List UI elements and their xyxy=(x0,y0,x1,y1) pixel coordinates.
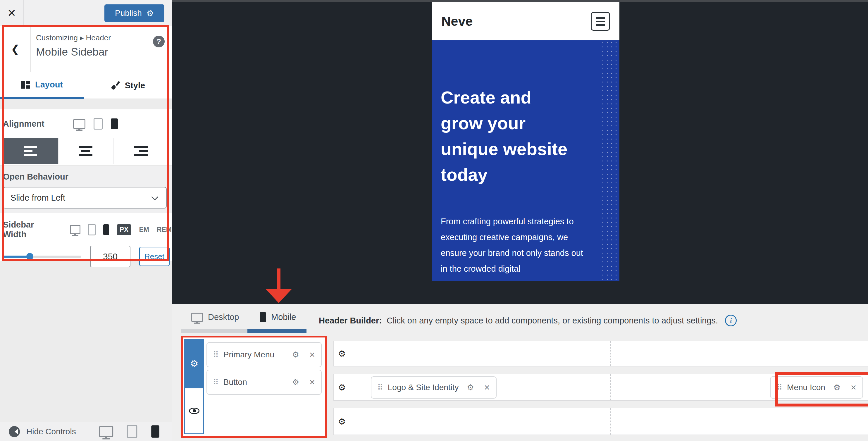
row-empty-space[interactable]: ⠿ Logo & Site Identity ⚙ ✕ ⠿ Menu Icon ⚙… xyxy=(350,374,868,400)
customizer-bottombar: Hide Controls xyxy=(0,422,172,441)
component-label: Primary Menu xyxy=(223,350,274,359)
drag-handle-icon[interactable]: ⠿ xyxy=(377,383,383,392)
wordpress-customizer-screen: ✕ Publish ⚙ ❮ Customizing ▸ Header Mobil… xyxy=(0,0,868,441)
alignment-section: Alignment xyxy=(0,109,172,165)
annotation-arrow xyxy=(277,269,280,289)
builder-tab-mobile[interactable]: Mobile xyxy=(259,312,296,322)
component-settings-gear-icon[interactable]: ⚙ xyxy=(292,378,299,387)
component-menu-icon[interactable]: ⠿ Menu Icon ⚙ ✕ xyxy=(770,376,863,399)
site-logo-text: Neve xyxy=(441,14,473,29)
open-behaviour-section: Open Behaviour Slide from Left xyxy=(0,165,172,213)
builder-hint-title: Header Builder: xyxy=(319,316,382,325)
component-remove-icon[interactable]: ✕ xyxy=(309,378,315,387)
align-right-button[interactable] xyxy=(113,138,168,164)
sidebar-width-input[interactable] xyxy=(90,246,130,267)
component-label: Button xyxy=(223,378,247,387)
tablet-device-icon[interactable] xyxy=(94,118,103,130)
tablet-device-icon[interactable] xyxy=(88,224,96,235)
component-remove-icon[interactable]: ✕ xyxy=(309,351,315,359)
unit-em-button[interactable]: EM xyxy=(139,226,149,234)
component-button[interactable]: ⠿ Button ⚙ ✕ xyxy=(207,370,322,395)
builder-row-bottom[interactable]: ⚙ xyxy=(333,408,868,435)
preview-mobile-icon[interactable] xyxy=(151,425,159,438)
hero-dot-pattern xyxy=(601,40,619,281)
mobile-icon xyxy=(260,312,266,322)
component-logo-site-identity[interactable]: ⠿ Logo & Site Identity ⚙ ✕ xyxy=(371,376,497,399)
builder-tab-desktop[interactable]: Desktop xyxy=(191,312,239,322)
sidebar-width-slider[interactable] xyxy=(3,253,81,260)
page-title: Mobile Sidebar xyxy=(36,46,111,58)
desktop-device-icon[interactable] xyxy=(70,225,80,234)
drag-handle-icon[interactable]: ⠿ xyxy=(213,350,219,359)
preview-area: Neve Create and grow your unique website… xyxy=(172,0,868,304)
builder-row-top[interactable]: ⚙ xyxy=(333,341,868,367)
row-settings-gear-icon[interactable]: ⚙ xyxy=(334,341,350,366)
drag-handle-icon[interactable]: ⠿ xyxy=(213,378,219,387)
customizer-sidebar: ✕ Publish ⚙ ❮ Customizing ▸ Header Mobil… xyxy=(0,0,172,441)
hero-section: Create and grow your unique website toda… xyxy=(432,40,619,281)
alignment-button-group xyxy=(3,138,168,164)
info-icon[interactable]: i xyxy=(725,315,737,326)
align-center-button[interactable] xyxy=(58,138,114,164)
row-settings-gear-icon[interactable]: ⚙ xyxy=(334,374,350,400)
hamburger-menu-button[interactable] xyxy=(591,12,610,31)
mobile-device-icon[interactable] xyxy=(103,224,109,235)
component-primary-menu[interactable]: ⠿ Primary Menu ⚙ ✕ xyxy=(207,342,322,367)
publish-label: Publish xyxy=(115,8,142,18)
hero-paragraph: From crafting powerful strategies to exe… xyxy=(441,214,588,277)
hide-controls-label[interactable]: Hide Controls xyxy=(26,427,76,436)
publish-button[interactable]: Publish ⚙ xyxy=(104,4,164,22)
desktop-device-icon[interactable] xyxy=(73,119,85,129)
tab-layout-label: Layout xyxy=(35,80,63,90)
close-customizer-button[interactable]: ✕ xyxy=(0,0,24,26)
tab-style-label: Style xyxy=(125,81,145,90)
sidebar-settings-gear-icon[interactable]: ⚙ xyxy=(190,358,198,369)
annotation-arrow-head xyxy=(266,289,292,303)
collapse-sidebar-icon[interactable] xyxy=(9,426,20,437)
align-left-icon xyxy=(24,146,37,156)
sidebar-visibility-toggle[interactable] xyxy=(184,387,204,434)
open-behaviour-select[interactable]: Slide from Left xyxy=(3,187,167,209)
slider-handle[interactable] xyxy=(26,253,33,260)
component-settings-gear-icon[interactable]: ⚙ xyxy=(292,350,299,359)
unit-px-button[interactable]: PX xyxy=(117,224,132,235)
publish-settings-gear-icon[interactable]: ⚙ xyxy=(147,8,154,18)
desktop-icon xyxy=(191,313,203,321)
tab-style[interactable]: Style xyxy=(84,72,172,99)
align-left-button[interactable] xyxy=(3,138,58,164)
component-settings-gear-icon[interactable]: ⚙ xyxy=(467,383,474,392)
column-divider xyxy=(610,408,611,435)
help-icon[interactable]: ? xyxy=(153,36,165,48)
component-remove-icon[interactable]: ✕ xyxy=(484,383,490,392)
builder-hint: Header Builder: Click on any empty space… xyxy=(319,315,737,326)
component-settings-gear-icon[interactable]: ⚙ xyxy=(834,383,840,392)
mobile-sidebar-panel[interactable]: ⚙ ⠿ Primary Menu ⚙ ✕ ⠿ Button ⚙ ✕ xyxy=(183,338,325,436)
open-behaviour-value: Slide from Left xyxy=(10,193,65,203)
customizer-topbar: ✕ Publish ⚙ xyxy=(0,0,172,26)
builder-hint-text: Click on any empty space to add componen… xyxy=(386,316,718,325)
align-right-icon xyxy=(134,146,148,156)
row-empty-space[interactable] xyxy=(350,408,868,435)
eye-icon xyxy=(189,408,199,414)
row-empty-space[interactable] xyxy=(350,341,868,366)
back-button[interactable]: ❮ xyxy=(0,26,31,72)
layout-icon xyxy=(21,81,30,89)
sidebar-settings-strip[interactable]: ⚙ xyxy=(184,339,204,387)
alignment-label: Alignment xyxy=(3,119,44,129)
row-settings-gear-icon[interactable]: ⚙ xyxy=(334,408,350,435)
brush-icon xyxy=(111,81,120,90)
reset-button[interactable]: Reset xyxy=(139,247,169,266)
builder-row-main[interactable]: ⚙ ⠿ Logo & Site Identity ⚙ ✕ ⠿ Menu Icon… xyxy=(333,374,868,401)
desktop-tab-underline xyxy=(181,329,247,333)
preview-desktop-icon[interactable] xyxy=(99,426,113,437)
header-builder: Desktop Mobile Header Builder: Click on … xyxy=(172,304,868,441)
align-center-icon xyxy=(79,146,92,156)
customizer-tabs: Layout Style xyxy=(0,72,172,99)
preview-tablet-icon[interactable] xyxy=(127,425,137,438)
unit-rem-button[interactable]: REM xyxy=(157,226,172,234)
component-remove-icon[interactable]: ✕ xyxy=(850,383,857,392)
mobile-device-icon[interactable] xyxy=(111,119,118,129)
tab-layout[interactable]: Layout xyxy=(0,72,84,99)
drag-handle-icon[interactable]: ⠿ xyxy=(776,383,782,392)
open-behaviour-label: Open Behaviour xyxy=(3,165,172,182)
